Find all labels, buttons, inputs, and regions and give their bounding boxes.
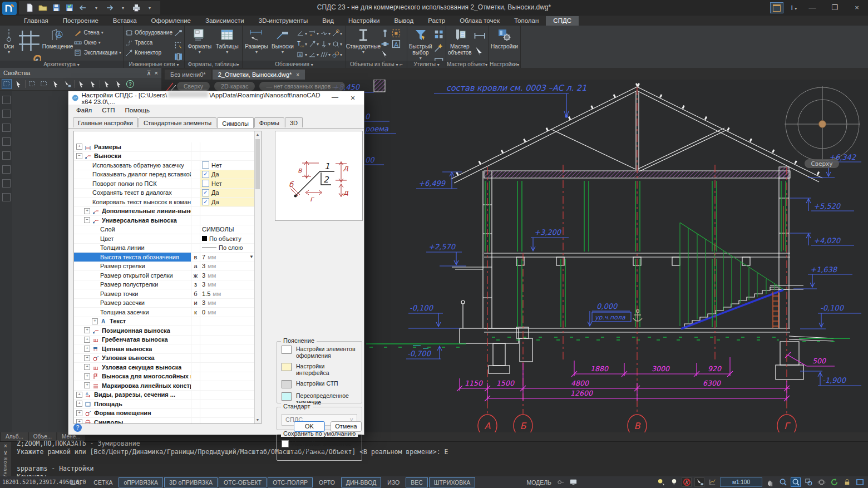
tree-label-cell[interactable]: +AТекст (74, 317, 191, 326)
tree-value-cell[interactable] (200, 344, 255, 353)
tree-row[interactable]: +Форма помещения (74, 409, 255, 418)
model-lock-icon[interactable] (555, 477, 565, 487)
attribute-icon[interactable]: A (391, 39, 401, 49)
ribbon-tab-Построение[interactable]: Построение (56, 16, 106, 26)
palette-close-icon[interactable]: × (155, 70, 158, 76)
flip-icon[interactable] (51, 79, 61, 89)
scroll-up-icon[interactable]: ▲ (255, 131, 260, 138)
interface-style-icon[interactable] (770, 2, 783, 13)
tree-expander[interactable]: + (84, 382, 90, 388)
tree-value-cell[interactable]: Нет (200, 179, 255, 188)
tree-label-cell[interactable]: Показывать диалог перед вставкой (74, 170, 191, 179)
tree-row[interactable]: Высота текста обозначенияв7мм▼ (74, 253, 255, 262)
tree-value-cell[interactable] (200, 372, 255, 381)
tree-value-cell[interactable]: По объекту (200, 234, 255, 243)
tree-label-cell[interactable]: +Размеры (74, 142, 191, 151)
panel-label-architecture[interactable]: Архитектура ▾ (0, 61, 123, 68)
frame-icon[interactable] (855, 477, 865, 487)
tree-label-cell[interactable]: Толщина засечки (74, 308, 191, 317)
tree-label-cell[interactable]: +Выноска для многослойных кс (74, 372, 191, 381)
menu-СТП[interactable]: СТП (97, 106, 119, 114)
tree-value-cell[interactable]: 0мм (200, 308, 255, 317)
master-pick-icon[interactable] (473, 45, 486, 59)
axis-mark-icon[interactable] (332, 29, 339, 37)
room-button[interactable]: A Помещение (42, 27, 73, 60)
tree-expander[interactable]: − (84, 217, 90, 223)
toggle-ДИН-ВВОД[interactable]: ДИН-ВВОД (341, 477, 381, 487)
scale-display[interactable]: м1:100 (720, 477, 762, 487)
tree-expander[interactable]: + (76, 410, 82, 416)
four-squares-icon[interactable] (433, 28, 444, 40)
equipment-button[interactable]: Оборудование (125, 28, 172, 37)
value-checkbox[interactable] (202, 161, 209, 169)
palette-strip-icon[interactable] (2, 96, 11, 104)
tree-value-cell[interactable] (200, 142, 255, 151)
tree-value-cell[interactable] (200, 363, 255, 372)
tree-label-cell[interactable]: Использовать обратную засечку (74, 161, 191, 170)
toggle-ОРТО[interactable]: ОРТО (314, 477, 340, 487)
dialog-tab-3D[interactable]: 3D (285, 117, 303, 127)
document-tab[interactable]: 2_Отметки, Выноски.dwg*× (213, 70, 305, 80)
tsp-text-icon[interactable]: Tсп (297, 40, 304, 48)
ribbon-tab-3D-инструменты[interactable]: 3D-инструменты (251, 16, 315, 26)
anno-off-icon[interactable] (682, 477, 692, 487)
tree-value-cell[interactable]: ✓Да (200, 170, 255, 179)
tree-value-cell[interactable] (200, 326, 255, 335)
forward-caret-icon[interactable]: ▾ (118, 3, 128, 13)
tree-value-cell[interactable] (200, 400, 255, 408)
tree-label-cell[interactable]: −Выноски (74, 152, 191, 161)
bulb-icon[interactable] (669, 477, 679, 487)
bolt-top-icon[interactable] (380, 28, 390, 38)
tree-row[interactable]: +AВиды, разрезы, сечения ... (74, 391, 255, 400)
tree-expander[interactable]: + (84, 208, 90, 214)
tree-value-cell[interactable] (200, 391, 255, 400)
tree-value-cell[interactable]: 3мм (200, 299, 255, 308)
tree-label-cell[interactable]: Размер стрелки (74, 262, 191, 271)
tab-close-icon[interactable]: × (296, 72, 299, 78)
elevation-mark-icon[interactable]: A (308, 29, 316, 37)
ribbon-tab-Настройки[interactable]: Настройки (341, 16, 387, 26)
ribbon-tab-Растр[interactable]: Растр (421, 16, 452, 26)
save-icon[interactable] (51, 3, 61, 13)
qat-caret-icon[interactable]: ▾ (145, 3, 155, 13)
tree-label-cell[interactable]: +Узловая секущая выноска (74, 363, 191, 372)
tree-expander[interactable]: + (84, 373, 90, 379)
tree-label-cell[interactable]: Размер точки (74, 289, 191, 298)
back-caret-icon[interactable]: ▾ (91, 3, 101, 13)
value-checkbox[interactable]: ✓ (202, 171, 209, 178)
wall-button[interactable]: Стена▾ (74, 28, 121, 37)
move-icon[interactable] (76, 79, 86, 89)
palette-strip-icon[interactable] (2, 179, 11, 188)
toggle-СЕТКА[interactable]: СЕТКА (88, 477, 117, 487)
lock-icon[interactable] (842, 477, 852, 487)
model-space-label[interactable]: МОДЕЛЬ (526, 479, 551, 486)
tree-label-cell[interactable]: Поворот полки по ПСК (74, 179, 191, 188)
tree-label-cell[interactable]: +Маркировка линейных констр (74, 381, 191, 390)
ribbon-tab-Вывод[interactable]: Вывод (387, 16, 421, 26)
lasso-select-icon[interactable] (39, 79, 49, 89)
tree-row[interactable]: +Узловая выноска (74, 354, 255, 363)
fastener-icon[interactable] (380, 39, 390, 49)
group-select-icon[interactable] (391, 28, 401, 38)
pan-hand-icon[interactable] (765, 477, 775, 487)
back-icon[interactable] (78, 3, 88, 13)
palette-strip-icon[interactable] (2, 151, 11, 160)
tree-row[interactable]: СлойСИМВОЛЫ (74, 225, 255, 235)
dropdown-caret-icon[interactable]: ▼ (249, 254, 254, 259)
tree-value-cell[interactable]: 1.5мм (200, 289, 255, 298)
tree-row[interactable]: +Дополнительные линии-выно (74, 207, 255, 216)
tree-value-cell[interactable] (200, 418, 255, 424)
tree-value-cell[interactable]: СИМВОЛЫ (200, 225, 255, 234)
erase-icon[interactable] (114, 79, 124, 89)
tree-label-cell[interactable]: Цвет (74, 234, 191, 243)
formats-button[interactable]: Форматы▾ (186, 27, 213, 60)
panel-label-formats[interactable]: Форматы, таблицы▾ (185, 61, 242, 68)
tree-label-cell[interactable]: Копировать текст выносок в коман (74, 198, 191, 206)
angle-dim-icon[interactable] (297, 29, 304, 37)
panel-label-networks[interactable]: Инженерные сети ▾ (124, 61, 184, 68)
zoom-window-icon[interactable] (791, 477, 801, 487)
tree-row[interactable]: +Размеры (74, 142, 255, 152)
tree-expander[interactable]: + (84, 364, 90, 370)
node-mark-icon[interactable] (332, 40, 339, 48)
dialog-tab-Символы[interactable]: Символы (217, 117, 254, 128)
